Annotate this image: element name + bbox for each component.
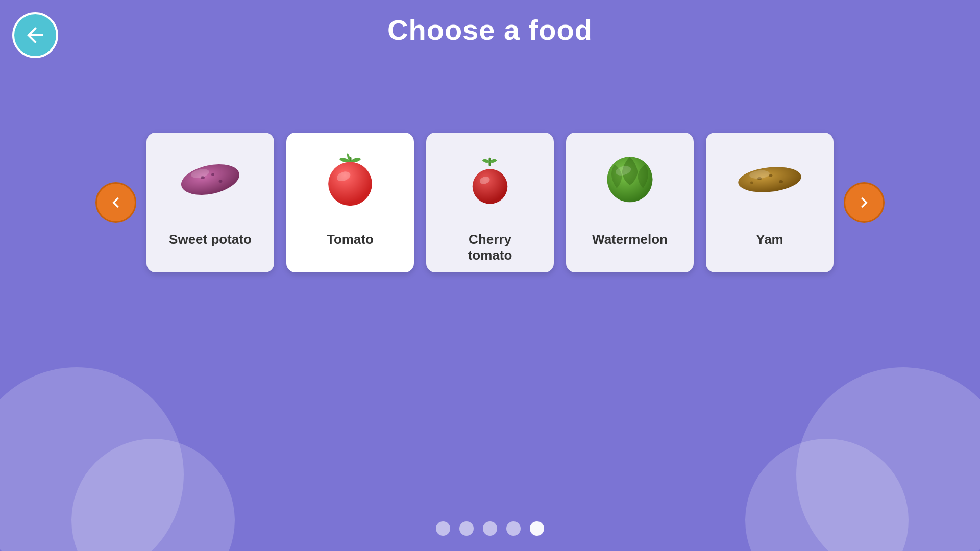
cherry-tomato-label: Cherrytomato (426, 224, 554, 272)
prev-icon (106, 192, 126, 213)
dot-5[interactable] (530, 521, 544, 536)
page-title: Choose a food (0, 13, 980, 46)
sweet-potato-icon (175, 148, 246, 209)
watermelon-label: Watermelon (566, 224, 694, 257)
food-card-sweet-potato[interactable]: Sweet potato (146, 133, 274, 272)
yam-label: Yam (706, 224, 834, 257)
food-card-watermelon[interactable]: Watermelon (566, 133, 694, 272)
cherry-tomato-icon (454, 148, 526, 209)
dot-4[interactable] (506, 521, 521, 536)
tomato-label: Tomato (286, 224, 414, 257)
svg-point-16 (779, 180, 783, 183)
next-icon (854, 192, 874, 213)
svg-point-17 (750, 182, 753, 184)
svg-point-9 (473, 169, 508, 204)
svg-point-6 (328, 162, 372, 206)
svg-point-3 (219, 180, 223, 183)
page-dots (0, 521, 980, 536)
watermelon-icon (594, 148, 666, 209)
tomato-icon (314, 148, 386, 209)
sweet-potato-label: Sweet potato (146, 224, 274, 257)
svg-point-13 (737, 164, 802, 195)
yam-icon (734, 148, 805, 209)
back-icon (23, 23, 47, 47)
tomato-image-area (286, 133, 414, 224)
sweet-potato-image-area (146, 133, 274, 224)
prev-button[interactable] (95, 182, 136, 223)
svg-point-15 (769, 174, 773, 177)
food-cards-container: Sweet potato (146, 133, 834, 272)
food-card-tomato[interactable]: Tomato (286, 133, 414, 272)
yam-image-area (706, 133, 834, 224)
watermelon-image-area (566, 133, 694, 224)
svg-point-2 (211, 173, 214, 176)
cherry-tomato-image-area (426, 133, 554, 224)
next-button[interactable] (844, 182, 885, 223)
svg-point-0 (178, 160, 242, 200)
food-card-cherry-tomato[interactable]: Cherrytomato (426, 133, 554, 272)
food-card-yam[interactable]: Yam (706, 133, 834, 272)
dot-3[interactable] (483, 521, 497, 536)
food-selection-area: Sweet potato (0, 133, 980, 272)
dot-2[interactable] (459, 521, 474, 536)
back-button[interactable] (12, 12, 58, 58)
dot-1[interactable] (436, 521, 450, 536)
